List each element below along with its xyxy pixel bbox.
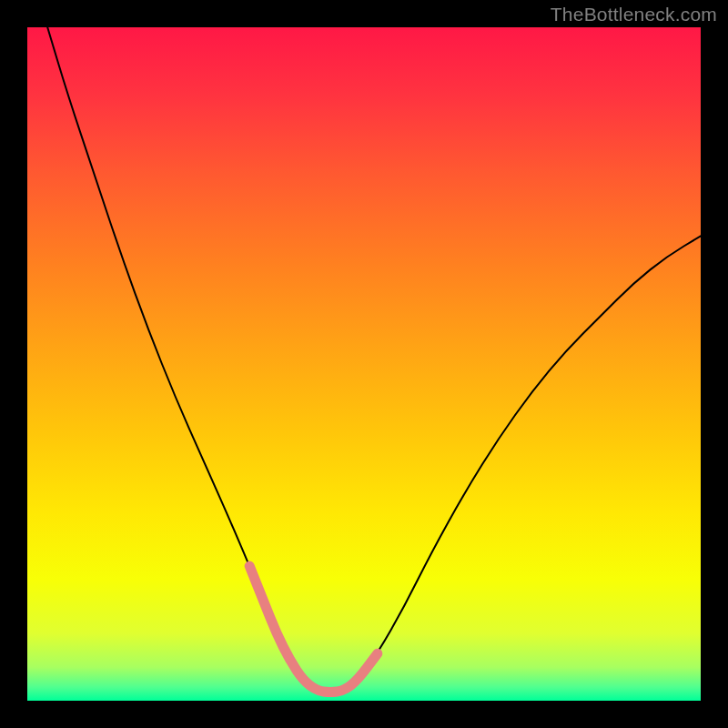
bottleneck-chart [0,0,728,728]
gradient-plot-area [27,27,701,701]
chart-stage: TheBottleneck.com [0,0,728,728]
